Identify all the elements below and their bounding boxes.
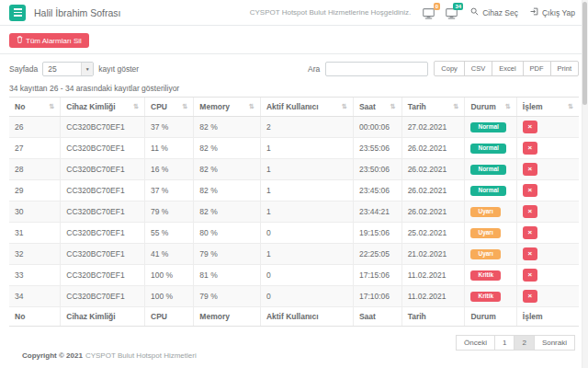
footer-column-header-cihaz-kimligi: Cihaz Kimliği bbox=[61, 307, 145, 327]
cell-status: Uyarı bbox=[465, 223, 516, 244]
device-select-link[interactable]: Cihaz Seç bbox=[470, 7, 518, 17]
column-header-islem[interactable]: İşlem⇅ bbox=[516, 98, 579, 117]
scrollbar[interactable] bbox=[582, 0, 588, 368]
cell-action: × bbox=[516, 223, 579, 244]
pagination: Önceki12Sonraki bbox=[0, 327, 588, 351]
delete-all-alarms-label: Tüm Alarmları Sil bbox=[26, 37, 82, 45]
page-button-2[interactable]: 2 bbox=[514, 335, 534, 351]
column-header-tarih[interactable]: Tarih⇅ bbox=[401, 98, 465, 117]
cell-status: Kritik bbox=[465, 286, 516, 307]
page-size-suffix: kayıt göster bbox=[98, 64, 139, 74]
cell-users: 1 bbox=[260, 201, 353, 223]
status-badge: Kritik bbox=[470, 270, 501, 282]
cell-users: 1 bbox=[260, 180, 353, 201]
delete-row-button[interactable]: × bbox=[523, 226, 537, 239]
cell-no: 29 bbox=[9, 180, 61, 201]
column-header-memory[interactable]: Memory⇅ bbox=[194, 98, 261, 117]
cell-time: 19:15:06 bbox=[353, 223, 401, 244]
menu-toggle-button[interactable] bbox=[9, 5, 26, 21]
cell-cpu: 37 % bbox=[145, 117, 194, 138]
cell-users: 1 bbox=[260, 159, 353, 180]
page-button-1[interactable]: 1 bbox=[494, 335, 514, 351]
device-alert-indicator[interactable]: 34 bbox=[446, 6, 458, 18]
cell-device: CC320BC70EF1 bbox=[61, 244, 145, 265]
export-pdf-button[interactable]: PDF bbox=[523, 61, 551, 76]
delete-row-button[interactable]: × bbox=[523, 163, 537, 176]
footer-column-header-tarih: Tarih bbox=[401, 307, 465, 327]
table-row: 27CC320BC70EF111 %82 %123:55:0626.02.202… bbox=[9, 138, 579, 159]
records-info-text: 34 kayıttan 26 - 34 arasındaki kayıtlar … bbox=[0, 76, 588, 97]
cell-memory: 82 % bbox=[194, 180, 261, 201]
cell-date: 11.02.2021 bbox=[401, 286, 465, 307]
column-header-cpu[interactable]: CPU⇅ bbox=[145, 98, 194, 117]
cell-action: × bbox=[516, 244, 579, 265]
cell-users: 0 bbox=[260, 286, 353, 307]
column-header-label: Memory bbox=[199, 102, 230, 111]
column-header-no[interactable]: No⇅ bbox=[9, 98, 61, 117]
sort-icon: ⇅ bbox=[133, 103, 139, 110]
footer-column-header-aktif-kullanici: Aktif Kullanıcı bbox=[260, 307, 353, 327]
table-row: 30CC320BC70EF179 %82 %123:44:2126.02.202… bbox=[9, 201, 579, 223]
footer-column-header-cpu: CPU bbox=[145, 307, 194, 327]
devices-table: No⇅Cihaz Kimliği⇅CPU⇅Memory⇅Aktif Kullan… bbox=[9, 97, 579, 327]
search-input[interactable] bbox=[325, 62, 428, 76]
export-print-button[interactable]: Print bbox=[550, 61, 579, 76]
previous-page-button[interactable]: Önceki bbox=[456, 335, 495, 351]
column-header-label: Aktif Kullanıcı bbox=[266, 102, 319, 111]
trash-icon bbox=[17, 36, 23, 45]
device-alert-indicator[interactable]: 0 bbox=[423, 6, 435, 18]
cell-action: × bbox=[516, 265, 579, 286]
delete-row-button[interactable]: × bbox=[523, 290, 537, 303]
footer-column-header-durum: Durum bbox=[465, 307, 516, 327]
cell-users: 0 bbox=[260, 223, 353, 244]
cell-date: 11.02.2021 bbox=[401, 265, 465, 286]
column-header-saat[interactable]: Saat⇅ bbox=[353, 98, 401, 117]
cell-date: 21.02.2021 bbox=[401, 244, 465, 265]
cell-cpu: 55 % bbox=[145, 223, 194, 244]
cell-status: Normal bbox=[465, 117, 516, 138]
delete-row-button[interactable]: × bbox=[523, 205, 537, 218]
next-page-button[interactable]: Sonraki bbox=[534, 335, 575, 351]
cell-cpu: 16 % bbox=[145, 159, 194, 180]
export-csv-button[interactable]: CSV bbox=[464, 61, 492, 76]
delete-row-button[interactable]: × bbox=[523, 184, 537, 197]
cell-time: 23:44:21 bbox=[353, 201, 401, 223]
column-header-aktif-kullanici[interactable]: Aktif Kullanıcı⇅ bbox=[260, 98, 353, 117]
sort-icon: ⇅ bbox=[454, 103, 459, 110]
cell-date: 26.02.2021 bbox=[401, 180, 465, 201]
page-size-value: 25 bbox=[48, 64, 56, 74]
cell-time: 17:15:06 bbox=[353, 265, 401, 286]
export-excel-button[interactable]: Excel bbox=[492, 61, 523, 76]
page-size-select[interactable]: 25 ▼ bbox=[42, 62, 94, 76]
cell-time: 00:00:06 bbox=[353, 117, 401, 138]
cell-status: Kritik bbox=[465, 265, 516, 286]
export-copy-button[interactable]: Copy bbox=[434, 61, 465, 76]
cell-memory: 82 % bbox=[194, 201, 261, 223]
logout-icon bbox=[530, 7, 538, 17]
top-bar: Halil İbrahim Sofrası CYSPOT Hotspot Bul… bbox=[0, 0, 588, 26]
cell-device: CC320BC70EF1 bbox=[61, 180, 145, 201]
delete-row-button[interactable]: × bbox=[523, 142, 537, 155]
cell-no: 27 bbox=[9, 138, 61, 159]
logout-link[interactable]: Çıkış Yap bbox=[530, 7, 575, 17]
cell-date: 26.02.2021 bbox=[401, 138, 465, 159]
table-row: 26CC320BC70EF137 %82 %200:00:0627.02.202… bbox=[9, 117, 579, 138]
cell-date: 25.02.2021 bbox=[401, 223, 465, 244]
action-toolbar: Tüm Alarmları Sil bbox=[0, 26, 588, 54]
footer-column-header-saat: Saat bbox=[353, 307, 401, 327]
delete-row-button[interactable]: × bbox=[523, 121, 537, 133]
column-header-label: Durum bbox=[470, 102, 495, 111]
cell-device: CC320BC70EF1 bbox=[61, 223, 145, 244]
cell-action: × bbox=[516, 117, 579, 138]
status-badge: Normal bbox=[470, 122, 505, 133]
column-header-label: CPU bbox=[151, 102, 167, 111]
delete-row-button[interactable]: × bbox=[523, 269, 537, 282]
scrollbar-thumb[interactable] bbox=[582, 2, 587, 105]
cell-cpu: 11 % bbox=[145, 138, 194, 159]
delete-all-alarms-button[interactable]: Tüm Alarmları Sil bbox=[9, 33, 89, 48]
column-header-cihaz-kimligi[interactable]: Cihaz Kimliği⇅ bbox=[61, 98, 145, 117]
column-header-durum[interactable]: Durum⇅ bbox=[465, 98, 516, 117]
delete-row-button[interactable]: × bbox=[523, 247, 537, 260]
status-badge: Normal bbox=[470, 144, 505, 155]
footer-column-header-islem: İşlem bbox=[516, 307, 579, 327]
